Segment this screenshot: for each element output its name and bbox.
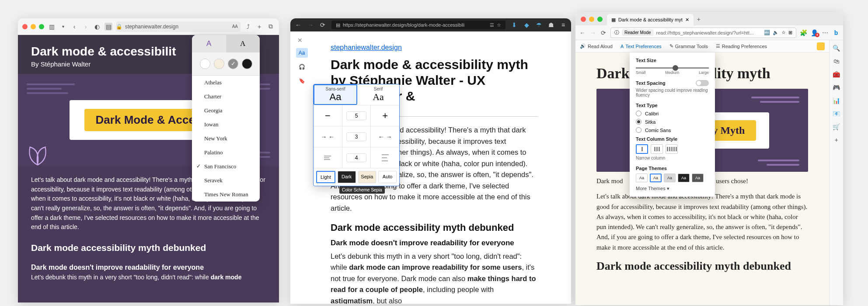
reader-mode-pill[interactable]: Reader Mode bbox=[622, 29, 654, 36]
maximize-icon[interactable] bbox=[597, 17, 603, 22]
extension-icon[interactable]: 🧩 bbox=[800, 29, 807, 36]
font-option[interactable]: Athelas bbox=[192, 76, 260, 90]
download-icon[interactable]: ⬇ bbox=[511, 21, 518, 28]
maximize-icon[interactable] bbox=[39, 24, 44, 29]
collections-icon[interactable]: ⊞ bbox=[788, 30, 792, 35]
extension-icon[interactable]: ☗ bbox=[547, 21, 554, 28]
col-narrow-button[interactable] bbox=[636, 144, 648, 154]
font-option[interactable]: Georgia bbox=[192, 104, 260, 118]
tabs-icon[interactable]: ⧉ bbox=[267, 23, 275, 31]
browser-tab[interactable]: ▦ Dark mode & accessibility myt ✕ bbox=[607, 14, 694, 25]
back-icon[interactable]: ‹ bbox=[70, 23, 78, 31]
search-icon[interactable]: 🔍 bbox=[833, 45, 840, 52]
outlook-icon[interactable]: 📧 bbox=[833, 110, 840, 117]
spacing-toggle[interactable] bbox=[696, 80, 709, 86]
forward-icon[interactable]: → bbox=[307, 21, 314, 28]
col-wide-button[interactable] bbox=[666, 144, 678, 154]
theme-swatch[interactable]: Aa bbox=[678, 174, 690, 182]
address-bar[interactable]: ⓘ Reader Mode read://https_stephaniewalt… bbox=[610, 28, 796, 38]
forward-icon[interactable]: → bbox=[589, 29, 596, 36]
reading-preferences-button[interactable]: ☰Reading Preferences bbox=[716, 43, 767, 49]
tab-serif[interactable]: A bbox=[226, 35, 260, 52]
address-bar[interactable]: ▤ https://stephaniewalter.design/blog/da… bbox=[331, 21, 505, 29]
games-icon[interactable]: 🎮 bbox=[833, 84, 840, 91]
decrease-size-button[interactable]: − bbox=[314, 105, 342, 126]
col-medium-button[interactable] bbox=[651, 144, 663, 154]
bg-color-swatch[interactable] bbox=[214, 59, 224, 69]
reader-icon[interactable]: ▤ bbox=[105, 23, 112, 31]
bg-color-swatch[interactable] bbox=[242, 59, 252, 69]
font-sans-button[interactable]: Sans-serif Aa bbox=[314, 84, 357, 105]
bg-color-swatch[interactable] bbox=[228, 59, 238, 69]
office-icon[interactable]: 📊 bbox=[833, 97, 840, 104]
tighter-button[interactable] bbox=[314, 147, 342, 168]
theme-dark-button[interactable]: Dark bbox=[338, 171, 356, 183]
theme-swatch[interactable]: Aa bbox=[650, 174, 662, 182]
more-themes-button[interactable]: More Themes ▾ bbox=[636, 186, 709, 191]
cart-icon[interactable]: 🛒 bbox=[833, 123, 840, 130]
reload-icon[interactable]: ⟳ bbox=[600, 29, 607, 36]
address-bar[interactable]: 🔒 stephaniewalter.design AA bbox=[116, 21, 241, 32]
font-option[interactable]: Iowan bbox=[192, 118, 260, 132]
font-option[interactable]: Seravek bbox=[192, 174, 260, 188]
menu-icon[interactable]: ≡ bbox=[560, 21, 567, 28]
bookmark-icon[interactable]: ☆ bbox=[497, 22, 501, 28]
close-icon[interactable] bbox=[22, 24, 28, 29]
minimize-icon[interactable] bbox=[31, 24, 36, 29]
star-icon[interactable]: ☆ bbox=[781, 30, 786, 35]
menu-icon[interactable]: ⋯ bbox=[822, 29, 829, 36]
tab-sans[interactable]: A bbox=[192, 35, 226, 52]
font-option[interactable]: Palatino bbox=[192, 146, 260, 160]
read-aloud-icon[interactable]: 🔈 bbox=[773, 30, 779, 35]
type-controls-button[interactable]: Aa bbox=[296, 48, 308, 58]
share-icon[interactable]: ⤴ bbox=[244, 23, 252, 31]
info-icon[interactable]: ⓘ bbox=[614, 29, 619, 36]
new-tab-icon[interactable]: + bbox=[694, 16, 704, 25]
pin-icon[interactable] bbox=[817, 42, 825, 50]
close-icon[interactable] bbox=[581, 17, 586, 22]
profile-icon[interactable]: 👤4 bbox=[811, 29, 818, 36]
close-tab-icon[interactable]: ✕ bbox=[685, 17, 689, 23]
new-tab-icon[interactable]: + bbox=[255, 23, 263, 31]
shield-icon[interactable]: ◆ bbox=[523, 21, 530, 28]
grammar-tools-button[interactable]: ✎Grammar Tools bbox=[669, 43, 708, 49]
font-serif-button[interactable]: Serif Aa bbox=[357, 84, 399, 105]
bing-icon[interactable]: b bbox=[833, 29, 840, 36]
theme-swatch[interactable]: Aa bbox=[692, 174, 704, 182]
text-size-slider[interactable] bbox=[636, 67, 709, 69]
font-option[interactable]: Charter bbox=[192, 90, 260, 104]
listen-button[interactable]: 🎧 bbox=[296, 62, 308, 72]
translate-icon[interactable]: ☰ bbox=[490, 22, 494, 28]
chevron-down-icon[interactable]: ▾ bbox=[59, 23, 67, 31]
site-link[interactable]: stephaniewalter.design bbox=[331, 44, 402, 51]
narrower-button[interactable]: → ← bbox=[314, 126, 342, 147]
tools-icon[interactable]: 🧰 bbox=[833, 71, 840, 78]
back-icon[interactable]: ← bbox=[295, 21, 302, 28]
bg-color-swatch[interactable] bbox=[200, 59, 210, 69]
wider-button[interactable]: ← → bbox=[371, 126, 399, 147]
theme-swatch[interactable]: Aa bbox=[664, 174, 676, 182]
font-option[interactable]: San Francisco bbox=[192, 160, 260, 174]
font-radio-calibri[interactable]: Calibri bbox=[636, 111, 709, 116]
theme-auto-button[interactable]: Auto bbox=[378, 171, 397, 183]
save-button[interactable]: 🔖 bbox=[296, 76, 308, 86]
contrast-icon[interactable]: ◐ bbox=[93, 23, 101, 31]
reload-icon[interactable]: ⟳ bbox=[319, 21, 326, 28]
back-icon[interactable]: ← bbox=[579, 29, 586, 36]
font-radio-sitka[interactable]: Sitka bbox=[636, 119, 709, 125]
increase-size-button[interactable]: + bbox=[371, 105, 399, 126]
close-icon[interactable]: ✕ bbox=[290, 31, 313, 44]
minimize-icon[interactable] bbox=[589, 17, 594, 22]
forward-icon[interactable]: › bbox=[82, 23, 90, 31]
sidebar-icon[interactable]: ▥ bbox=[48, 23, 56, 31]
extension-icon[interactable]: ☂ bbox=[535, 21, 542, 28]
text-size-icon[interactable]: AA bbox=[232, 24, 238, 29]
font-option[interactable]: Times New Roman bbox=[192, 188, 260, 202]
shopping-icon[interactable]: 🛍 bbox=[833, 58, 840, 65]
translate-icon[interactable]: 🔤 bbox=[764, 30, 770, 35]
text-preferences-button[interactable]: AText Preferences bbox=[620, 44, 662, 49]
add-icon[interactable]: + bbox=[833, 136, 840, 143]
font-option[interactable]: New York bbox=[192, 132, 260, 146]
theme-sepia-button[interactable]: Sepia bbox=[358, 171, 376, 183]
font-radio-comic-sans[interactable]: Comic Sans bbox=[636, 127, 709, 133]
